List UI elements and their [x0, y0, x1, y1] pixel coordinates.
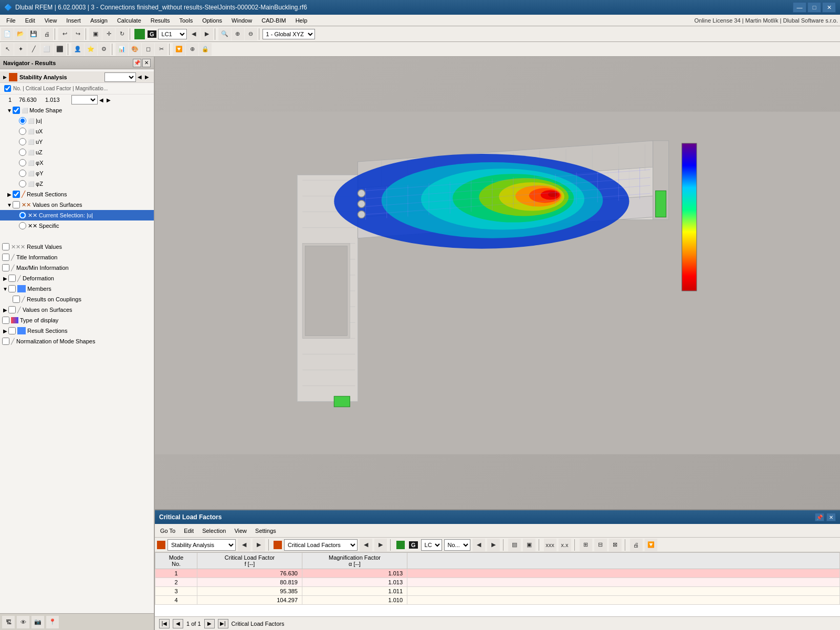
section-btn[interactable]: ✂ [155, 43, 167, 56]
table-row[interactable]: 4 104.297 1.010 [155, 596, 840, 605]
normalization-checkbox[interactable] [2, 338, 9, 345]
nav-pin-btn[interactable]: 📌 [133, 59, 141, 67]
zoom-in-btn[interactable]: ⊕ [232, 28, 244, 40]
mode-uy-item[interactable]: ⬜ uY [0, 136, 154, 147]
mode-shape-expander[interactable]: ▼ [6, 108, 13, 113]
specific-item[interactable]: ✕✕ Specific [0, 220, 154, 231]
members-checkbox[interactable] [8, 285, 16, 292]
cursor-btn[interactable]: ↖ [1, 43, 14, 56]
results-goto-menu[interactable]: Go To [157, 527, 178, 535]
result-values-checkbox[interactable] [2, 243, 9, 250]
model-viewport[interactable] [155, 57, 840, 509]
person-btn[interactable]: 👤 [71, 43, 84, 56]
menu-item-calculate[interactable]: Calculate [113, 16, 145, 25]
normalization-item[interactable]: ╱ Normalization of Mode Shapes [0, 336, 154, 346]
surface-btn[interactable]: ⬜ [40, 43, 53, 56]
menu-item-window[interactable]: Window [227, 16, 256, 25]
results-lc-combo[interactable]: LC1 [421, 539, 442, 551]
results-selection-menu[interactable]: Selection [199, 527, 229, 535]
nav-pin-btn2[interactable]: 📍 [46, 616, 59, 628]
redo-btn[interactable]: ↪ [71, 28, 84, 40]
results-no-prev[interactable]: ◀ [472, 539, 485, 551]
display-btn[interactable]: 📊 [116, 43, 128, 56]
line-btn[interactable]: ╱ [27, 43, 40, 56]
mode-u-abs-item[interactable]: ⬜ |u| [0, 116, 154, 126]
close-button[interactable]: ✕ [822, 2, 836, 13]
minimize-button[interactable]: — [793, 2, 806, 13]
menu-item-tools[interactable]: Tools [175, 16, 197, 25]
results-select2[interactable]: ▣ [523, 539, 536, 551]
values-surfaces-bottom-item[interactable]: ▶ ╱ Values on Surfaces [0, 304, 154, 315]
results-stab-combo[interactable]: Stability Analysis [167, 539, 236, 551]
menu-item-file[interactable]: File [2, 16, 20, 25]
rotate-btn[interactable]: ↻ [116, 28, 128, 40]
deformation-item[interactable]: ▶ ╱ Deformation [0, 273, 154, 284]
values-surfaces-checkbox[interactable] [13, 201, 20, 208]
mode-phiz-radio[interactable] [19, 180, 26, 187]
deformation-checkbox[interactable] [8, 275, 16, 282]
results-view-menu[interactable]: View [231, 527, 250, 535]
result-sections-checkbox[interactable] [13, 191, 20, 198]
page-first[interactable]: |◀ [159, 619, 170, 628]
result-sections-expander[interactable]: ▶ [6, 192, 13, 197]
mode-uz-radio[interactable] [19, 149, 26, 156]
lock-btn[interactable]: 🔒 [199, 43, 212, 56]
lc-prev[interactable]: ◀ [187, 28, 200, 40]
maxmin-info-item[interactable]: ╱ Max/Min Information [0, 262, 154, 273]
menu-item-results[interactable]: Results [146, 16, 174, 25]
filter-btn[interactable]: 🔽 [173, 43, 185, 56]
title-info-checkbox[interactable] [2, 254, 9, 261]
result-sections-bottom-item[interactable]: ▶ Result Sections [0, 326, 154, 336]
mode-shape-checkbox[interactable] [13, 107, 20, 114]
prev-mode-btn[interactable]: ◀ [136, 74, 143, 80]
mode-prev-btn[interactable]: ◀ [98, 97, 105, 103]
crit-load-checkbox[interactable] [4, 85, 11, 92]
result-values-item[interactable]: ✕✕✕ Result Values [0, 242, 154, 252]
mode-ux-item[interactable]: ⬜ uX [0, 126, 154, 136]
table-row[interactable]: 2 80.819 1.013 [155, 578, 840, 587]
deformation-expander[interactable]: ▶ [2, 276, 8, 281]
menu-item-edit[interactable]: Edit [21, 16, 39, 25]
node-btn[interactable]: ✦ [14, 43, 27, 56]
values-surf-bottom-expander[interactable]: ▶ [2, 307, 8, 313]
page-next[interactable]: ▶ [204, 619, 215, 628]
solid-btn[interactable]: ⬛ [54, 43, 66, 56]
crit-load-row1[interactable]: 1 76.630 1.013 ◀ ▶ [0, 94, 154, 105]
results-table1[interactable]: ⊞ [580, 539, 592, 551]
results-print-btn[interactable]: 🖨 [630, 539, 643, 551]
mode-uz-item[interactable]: ⬜ uZ [0, 147, 154, 158]
current-sel-radio[interactable] [19, 212, 26, 219]
stability-analysis-item[interactable]: ▶ Stability Analysis ◀ ▶ [0, 71, 154, 83]
results-close-btn[interactable]: ✕ [826, 513, 836, 521]
values-surf-bottom-checkbox[interactable] [8, 306, 16, 313]
select-btn[interactable]: ▣ [89, 28, 102, 40]
results-xxx2-btn[interactable]: x.x [559, 539, 571, 551]
menu-item-options[interactable]: Options [198, 16, 226, 25]
page-last[interactable]: ▶| [218, 619, 228, 628]
mode-uy-radio[interactable] [19, 138, 26, 145]
render-btn[interactable]: 🎨 [129, 43, 141, 56]
results-on-couplings-item[interactable]: ╱ Results on Couplings [0, 294, 154, 304]
mode-next-btn[interactable]: ▶ [105, 97, 112, 103]
gear-btn[interactable]: ⚙ [98, 43, 110, 56]
results-no-combo[interactable]: No... [444, 539, 470, 551]
nav-close-btn[interactable]: ✕ [142, 59, 151, 67]
move-btn[interactable]: ✛ [102, 28, 115, 40]
view-combo[interactable]: 1 - Global XYZ [262, 29, 315, 39]
results-table3[interactable]: ⊠ [609, 539, 622, 551]
save-btn[interactable]: 💾 [27, 28, 40, 40]
zoom-out-btn[interactable]: ⊖ [245, 28, 257, 40]
results-filter-btn[interactable]: 🔽 [645, 539, 657, 551]
results-clf-combo[interactable]: Critical Load Factors [284, 539, 358, 551]
results-edit-menu[interactable]: Edit [181, 527, 197, 535]
menu-item-insert[interactable]: Insert [62, 16, 85, 25]
new-btn[interactable]: 📄 [1, 28, 14, 40]
mode-phiz-item[interactable]: ⬜ φZ [0, 178, 154, 189]
mode-phix-radio[interactable] [19, 159, 26, 166]
members-expander[interactable]: ▼ [2, 286, 8, 292]
results-no-next[interactable]: ▶ [487, 539, 500, 551]
menu-item-view[interactable]: View [40, 16, 61, 25]
star-btn[interactable]: ⭐ [85, 43, 97, 56]
zoom-btn[interactable]: 🔍 [218, 28, 231, 40]
lc-combo[interactable]: LC1 [158, 29, 187, 39]
